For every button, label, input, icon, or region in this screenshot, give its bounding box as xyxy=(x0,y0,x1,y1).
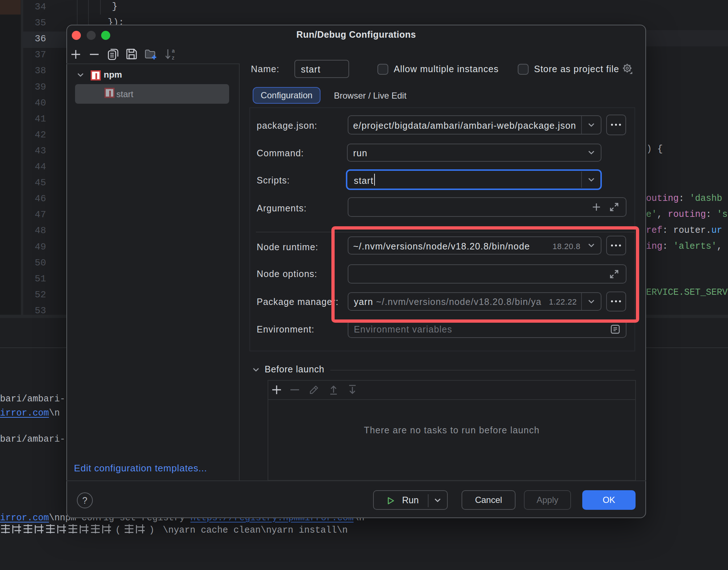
svg-text:z: z xyxy=(172,55,174,60)
svg-text:a: a xyxy=(172,49,175,54)
